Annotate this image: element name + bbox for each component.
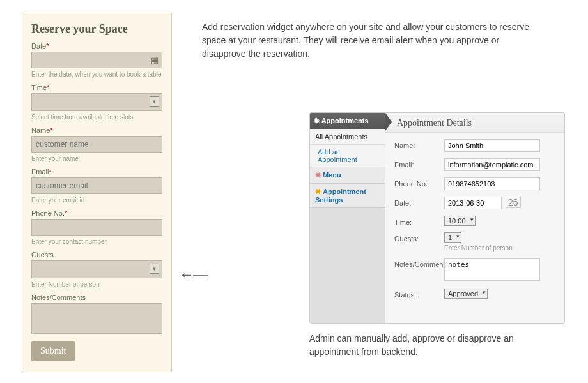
email-input[interactable] xyxy=(31,177,162,194)
description-bottom: Admin can manually add, approve or disap… xyxy=(309,332,565,359)
admin-phone-input[interactable] xyxy=(444,177,540,190)
phone-hint: Enter your contact number xyxy=(31,238,162,245)
admin-time-select[interactable]: 10:00 xyxy=(444,216,476,226)
guests-field: Guests ▾ xyxy=(31,251,162,278)
sidebar-appointments-header[interactable]: ✹ Appointments xyxy=(310,113,385,129)
sidebar-all-appointments[interactable]: All Appointments xyxy=(310,129,385,145)
time-label: Time* xyxy=(31,84,162,91)
guests-select[interactable]: ▾ xyxy=(31,260,162,278)
notes-field: Notes/Comments xyxy=(31,294,162,336)
calendar-icon[interactable]: 26 xyxy=(506,197,521,208)
admin-time-label: Time: xyxy=(394,216,444,226)
notes-textarea[interactable] xyxy=(31,303,162,334)
submit-button[interactable]: Submit xyxy=(31,341,75,361)
guests-label: Guests xyxy=(31,251,162,259)
admin-date-input[interactable] xyxy=(444,197,502,209)
name-hint: Enter your name xyxy=(31,155,162,162)
name-label: Name* xyxy=(31,126,162,134)
admin-status-select[interactable]: Approved xyxy=(444,289,488,299)
email-field: Email* xyxy=(31,168,162,194)
bullet-icon: ✹ xyxy=(314,117,320,124)
admin-main: Appointment Details Name: Email: Phone N… xyxy=(385,113,564,323)
description-top: Add reservation widget anywhere on your … xyxy=(202,20,541,61)
name-field: Name* xyxy=(31,126,162,153)
guests-hint: Enter Number of person xyxy=(31,281,162,288)
admin-panel: ✹ Appointments All Appointments Add an A… xyxy=(309,112,565,324)
admin-phone-label: Phone No.: xyxy=(394,177,444,188)
admin-notes-label: Notes/Comments: xyxy=(394,258,444,268)
sidebar-menu[interactable]: ✹Menu xyxy=(310,167,385,184)
admin-email-label: Email: xyxy=(394,158,444,169)
phone-field: Phone No.* xyxy=(31,209,162,236)
phone-input[interactable] xyxy=(31,219,162,236)
reserve-widget: Reserve your Space Date* ▦ Enter the dat… xyxy=(22,13,172,372)
time-hint: Select time from available time slots xyxy=(31,114,162,121)
admin-name-label: Name: xyxy=(394,139,444,149)
date-input[interactable] xyxy=(31,52,162,68)
calendar-icon[interactable]: ▦ xyxy=(151,56,159,65)
dropdown-arrow-icon: ▾ xyxy=(150,96,159,107)
date-hint: Enter the date, when you want to book a … xyxy=(31,71,162,78)
admin-sidebar: ✹ Appointments All Appointments Add an A… xyxy=(310,113,385,323)
reserve-title: Reserve your Space xyxy=(31,22,162,36)
admin-guests-hint: Enter Number of person xyxy=(444,244,513,252)
date-label: Date* xyxy=(31,42,162,50)
sidebar-add-appointment[interactable]: Add an Appointment xyxy=(310,145,385,167)
admin-title: Appointment Details xyxy=(385,113,564,133)
phone-label: Phone No.* xyxy=(31,209,162,217)
admin-status-label: Status: xyxy=(394,289,444,299)
dropdown-arrow-icon: ▾ xyxy=(150,264,159,274)
arrow-pointer-icon: ←— xyxy=(179,266,207,283)
time-select[interactable]: ▾ xyxy=(31,93,162,111)
email-hint: Enter your email id xyxy=(31,197,162,204)
sidebar-appointment-settings[interactable]: ✹Appointment Settings xyxy=(310,184,385,208)
admin-email-input[interactable] xyxy=(444,158,540,171)
admin-date-label: Date: xyxy=(394,197,444,207)
time-field: Time* ▾ xyxy=(31,84,162,111)
date-field: Date* ▦ xyxy=(31,42,162,68)
name-input[interactable] xyxy=(31,136,162,153)
admin-notes-textarea[interactable]: notes xyxy=(444,258,540,281)
admin-guests-label: Guests: xyxy=(394,232,444,243)
notes-label: Notes/Comments xyxy=(31,294,162,301)
sidebar-fill xyxy=(310,208,385,323)
admin-name-input[interactable] xyxy=(444,139,540,152)
bullet-icon: ✹ xyxy=(315,171,321,179)
bullet-icon: ✹ xyxy=(315,188,321,195)
email-label: Email* xyxy=(31,168,162,176)
admin-guests-select[interactable]: 1 xyxy=(444,232,461,243)
